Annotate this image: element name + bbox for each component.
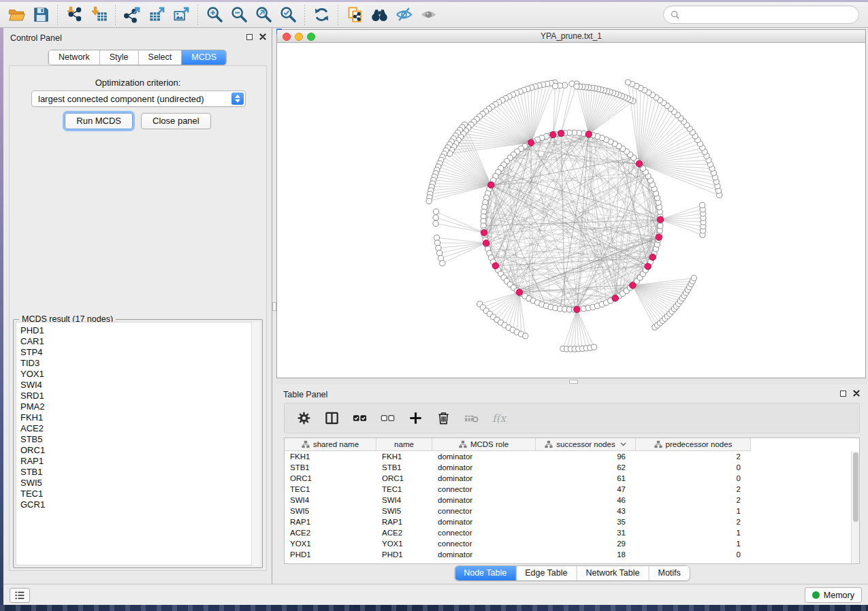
tab-mcds[interactable]: MCDS	[182, 50, 226, 65]
mcds-network-node[interactable]	[657, 216, 663, 222]
open-session-button[interactable]	[4, 4, 29, 26]
function-builder-button[interactable]: f(x)	[488, 408, 510, 429]
close-panel-button[interactable]: Close panel	[141, 113, 211, 129]
tab-network-table[interactable]: Network Table	[577, 566, 649, 580]
tab-select[interactable]: Select	[139, 50, 182, 65]
column-header-shared-name[interactable]: shared name	[285, 438, 376, 450]
float-panel-icon[interactable]	[840, 391, 846, 397]
network-node[interactable]	[691, 276, 696, 281]
zoom-fit-button[interactable]	[251, 4, 276, 26]
close-panel-icon[interactable]	[259, 33, 266, 40]
mcds-network-node[interactable]	[488, 182, 494, 188]
tab-style[interactable]: Style	[100, 50, 139, 65]
mcds-network-node[interactable]	[585, 131, 592, 137]
mcds-network-node[interactable]	[528, 139, 534, 146]
zoom-out-button[interactable]	[227, 4, 251, 26]
network-node[interactable]	[625, 80, 630, 85]
network-node[interactable]	[433, 215, 438, 220]
mcds-network-node[interactable]	[645, 263, 651, 269]
column-header-name[interactable]: name	[376, 438, 432, 450]
network-window-titlebar[interactable]: YPA_prune.txt_1	[277, 30, 865, 43]
network-view[interactable]	[277, 43, 865, 378]
tab-motifs[interactable]: Motifs	[649, 566, 689, 580]
network-node[interactable]	[433, 209, 438, 214]
table-row[interactable]: RAP1RAP1dominator352	[285, 516, 851, 527]
close-panel-icon[interactable]	[853, 390, 860, 397]
minimize-window-button[interactable]	[295, 33, 303, 41]
optimization-criterion-select[interactable]: largest connected component (undirected)	[31, 90, 246, 107]
tab-edge-table[interactable]: Edge Table	[516, 566, 577, 580]
mcds-list-scrollbar[interactable]	[251, 322, 260, 565]
save-session-button[interactable]	[29, 4, 53, 26]
network-node[interactable]	[658, 223, 663, 229]
duplicate-network-button[interactable]	[342, 4, 367, 26]
import-network-button[interactable]	[62, 4, 86, 26]
table-row[interactable]: FKH1FKH1dominator962	[285, 451, 851, 462]
mcds-network-node[interactable]	[574, 306, 580, 312]
table-row[interactable]: YOX1YOX1connector291	[285, 538, 851, 549]
table-row[interactable]: SWI4SWI4dominator462	[285, 495, 851, 506]
mcds-network-node[interactable]	[636, 161, 642, 167]
network-node[interactable]	[553, 83, 558, 88]
column-header-predecessor-nodes[interactable]: predecessor nodes	[636, 438, 751, 450]
create-column-button[interactable]	[404, 408, 426, 429]
network-node[interactable]	[435, 240, 440, 246]
mcds-network-node[interactable]	[649, 254, 656, 260]
delete-table-button[interactable]	[460, 408, 482, 429]
network-node[interactable]	[523, 333, 528, 339]
mcds-network-node[interactable]	[612, 295, 618, 301]
network-node[interactable]	[437, 250, 443, 256]
scrollbar-thumb[interactable]	[853, 452, 858, 522]
network-graph[interactable]	[277, 43, 865, 378]
table-row[interactable]: ORC1ORC1dominator610	[285, 473, 851, 484]
task-history-button[interactable]	[10, 588, 30, 603]
export-table-button[interactable]	[144, 4, 169, 26]
mcds-network-node[interactable]	[492, 263, 498, 269]
show-all-button[interactable]	[416, 4, 440, 26]
select-all-columns-button[interactable]	[349, 408, 370, 429]
column-header-successor-nodes[interactable]: successor nodes	[536, 438, 636, 450]
table-row[interactable]: PHD1PHD1dominator180	[285, 549, 851, 560]
zoom-in-button[interactable]	[202, 4, 227, 26]
table-row[interactable]: STB1STB1dominator620	[285, 462, 851, 473]
export-network-button[interactable]	[120, 4, 144, 26]
network-node[interactable]	[434, 235, 439, 240]
network-node[interactable]	[433, 220, 438, 226]
float-panel-icon[interactable]	[246, 34, 253, 40]
memory-button[interactable]: Memory	[805, 587, 862, 603]
tab-network[interactable]: Network	[49, 50, 100, 65]
hide-selected-button[interactable]	[391, 4, 416, 26]
maximize-window-button[interactable]	[307, 33, 315, 41]
mcds-network-node[interactable]	[516, 289, 522, 295]
search-input[interactable]	[684, 10, 852, 20]
horizontal-splitter[interactable]	[276, 378, 868, 384]
network-node[interactable]	[436, 245, 441, 250]
mcds-network-node[interactable]	[656, 234, 662, 240]
mcds-result-list[interactable]: PHD1CAR1STP4TID3YOX1SWI4SRD1PMA2FKH1ACE2…	[16, 322, 260, 565]
network-node[interactable]	[440, 261, 445, 266]
table-row[interactable]: ACE2ACE2connector311	[285, 527, 851, 538]
refresh-view-button[interactable]	[309, 4, 334, 26]
table-options-button[interactable]	[293, 408, 315, 429]
network-node[interactable]	[426, 198, 432, 203]
mcds-network-node[interactable]	[550, 131, 556, 137]
run-mcds-button[interactable]: Run MCDS	[65, 113, 133, 129]
import-table-button[interactable]	[86, 4, 111, 26]
find-button[interactable]	[367, 4, 391, 26]
mcds-network-node[interactable]	[630, 282, 636, 288]
splitter-handle[interactable]	[569, 380, 578, 384]
tab-node-table[interactable]: Node Table	[455, 566, 516, 580]
table-row[interactable]: TEC1TEC1connector472	[285, 484, 851, 495]
zoom-selected-button[interactable]	[276, 4, 300, 26]
column-header-mcds-role[interactable]: MCDS role	[432, 438, 536, 450]
mcds-network-node[interactable]	[481, 229, 487, 235]
mcds-network-node[interactable]	[483, 240, 489, 246]
unselect-all-columns-button[interactable]	[376, 408, 398, 429]
delete-columns-button[interactable]	[432, 408, 454, 429]
table-row[interactable]: SWI5SWI5connector431	[285, 506, 851, 516]
close-window-button[interactable]	[283, 33, 291, 41]
export-image-button[interactable]	[169, 4, 193, 26]
network-node[interactable]	[574, 84, 579, 89]
network-node[interactable]	[592, 344, 597, 350]
mcds-network-node[interactable]	[558, 130, 564, 136]
